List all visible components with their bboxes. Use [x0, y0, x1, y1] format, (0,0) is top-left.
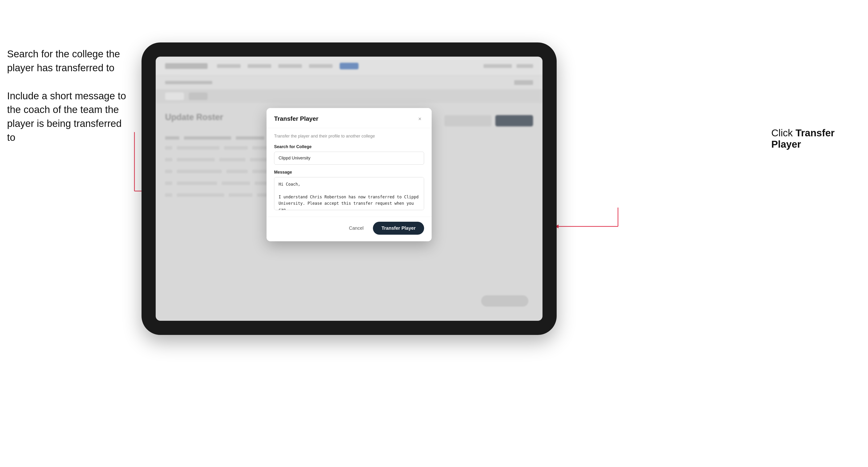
arrow-right-to-button [554, 208, 625, 236]
message-textarea[interactable]: Hi Coach, I understand Chris Robertson h… [274, 177, 424, 210]
close-button[interactable]: × [415, 115, 424, 123]
transfer-player-modal: Transfer Player × Transfer the player an… [267, 108, 432, 241]
tablet-frame: Update Roster [142, 42, 557, 335]
modal-subtitle: Transfer the player and their profile to… [274, 134, 424, 139]
modal-footer: Cancel Transfer Player [267, 217, 432, 241]
cancel-button[interactable]: Cancel [344, 223, 368, 234]
tablet-screen: Update Roster [156, 57, 542, 321]
annotation-right: Click Transfer Player [771, 127, 861, 150]
message-label: Message [274, 170, 424, 175]
search-college-label: Search for College [274, 144, 424, 149]
transfer-player-button[interactable]: Transfer Player [373, 222, 424, 235]
annotation-text-2: Include a short message to the coach of … [7, 89, 130, 145]
modal-title: Transfer Player [274, 115, 318, 122]
search-college-input[interactable] [274, 152, 424, 165]
modal-overlay: Transfer Player × Transfer the player an… [156, 57, 542, 321]
annotation-left: Search for the college the player has tr… [7, 47, 130, 159]
modal-body: Transfer the player and their profile to… [267, 128, 432, 217]
modal-header: Transfer Player × [267, 108, 432, 128]
annotation-text-right: Click Transfer Player [771, 127, 861, 150]
annotation-text-1: Search for the college the player has tr… [7, 47, 130, 75]
